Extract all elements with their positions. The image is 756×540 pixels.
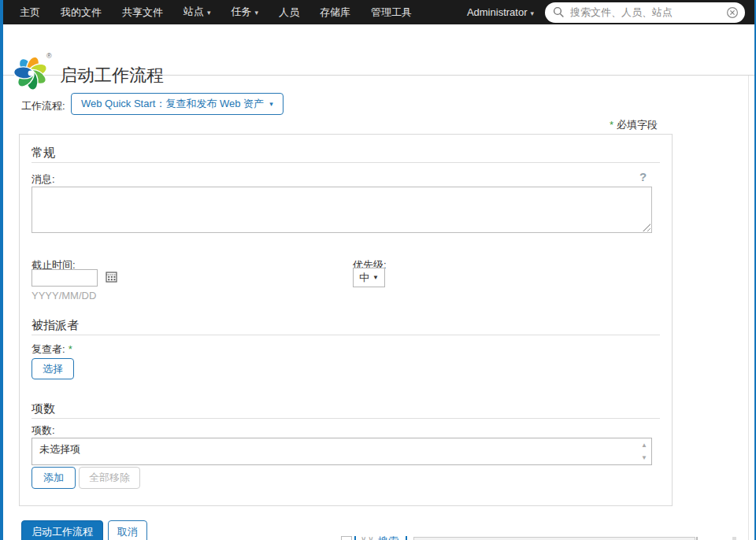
scroll-up-icon[interactable]: ▲ (641, 442, 647, 449)
bottom-fragment-divider (354, 536, 356, 540)
nav-repository[interactable]: 存储库 (309, 0, 361, 24)
section-divider (32, 418, 660, 419)
remove-all-button: 全部移除 (79, 467, 140, 489)
start-workflow-page: 主页 我的文件 共享文件 站点▾ 任务▾ 人员 存储库 管理工具 Adminis… (0, 0, 756, 540)
clear-search-icon[interactable] (726, 6, 739, 19)
nav-tasks-label: 任务 (232, 6, 252, 17)
add-items-button[interactable]: 添加 (32, 467, 76, 489)
page-title: 启动工作流程 (60, 64, 164, 87)
chevron-down-icon: ▾ (207, 9, 211, 17)
top-navigation: 主页 我的文件 共享文件 站点▾ 任务▾ 人员 存储库 管理工具 Adminis… (3, 0, 754, 24)
nav-tasks[interactable]: 任务▾ (221, 0, 269, 25)
nav-sites-label: 站点 (183, 6, 204, 17)
search-icon (553, 6, 565, 18)
section-general-title: 常规 (32, 146, 55, 161)
bottom-fragment-tick (696, 537, 698, 540)
items-listbox[interactable]: 未选择项 ▲ ▼ (32, 438, 652, 465)
cancel-button[interactable]: 取消 (108, 520, 147, 540)
nav-shared-files[interactable]: 共享文件 (112, 0, 173, 24)
priority-select[interactable]: 中 ▼ (353, 268, 385, 287)
bottom-fragment-input[interactable] (413, 537, 695, 540)
page-header: ® 启动工作流程 (3, 24, 754, 76)
bottom-fragment-tick (732, 537, 736, 540)
priority-selected-value: 中 (359, 271, 369, 285)
section-assignee-title: 被指派者 (32, 318, 79, 333)
due-date-input[interactable] (32, 269, 98, 287)
select-reviewers-button[interactable]: 选择 (32, 358, 74, 379)
nav-sites[interactable]: 站点▾ (173, 0, 221, 25)
user-menu-label: Administrator (467, 6, 528, 18)
search-input[interactable] (570, 6, 726, 18)
workflow-selected-value: Web Quick Start：复查和发布 Web 资产 (81, 97, 264, 111)
help-icon[interactable]: ? (639, 170, 647, 183)
nav-admin-tools[interactable]: 管理工具 (361, 0, 422, 24)
bottom-fragment-divider (406, 536, 407, 540)
workflow-select-button[interactable]: Web Quick Start：复查和发布 Web 资产 ▾ (71, 93, 284, 115)
reviewers-label-text: 复查者: (32, 343, 65, 355)
nav-my-files[interactable]: 我的文件 (50, 0, 112, 24)
message-textarea[interactable] (32, 187, 652, 233)
date-format-hint: YYYY/MM/DD (32, 290, 96, 301)
content-edge-line (748, 76, 749, 540)
required-fields-note: *必填字段 (610, 118, 658, 132)
scroll-down-icon[interactable]: ▼ (641, 454, 647, 461)
reviewers-label: 复查者:* (32, 342, 72, 357)
nav-people[interactable]: 人员 (269, 0, 309, 24)
alfresco-logo-icon (13, 55, 49, 91)
required-asterisk: * (69, 343, 72, 355)
bottom-fragment-box (341, 536, 352, 540)
section-divider (32, 162, 660, 163)
start-workflow-button[interactable]: 启动工作流程 (21, 520, 103, 540)
section-divider (32, 335, 660, 335)
registered-trademark: ® (46, 52, 52, 60)
chevron-down-icon: ▾ (255, 9, 259, 17)
bottom-search-link[interactable]: 搜索 (378, 534, 398, 540)
nav-home[interactable]: 主页 (9, 0, 50, 24)
required-asterisk: * (610, 119, 613, 131)
left-edge-stripe (0, 0, 3, 540)
chevron-down-icon: ▾ (269, 100, 273, 108)
calendar-icon[interactable] (105, 271, 118, 284)
user-menu[interactable]: Administrator▾ (456, 6, 545, 18)
items-empty-text: 未选择项 (39, 442, 80, 457)
chevron-down-icon: ∨∨ (361, 534, 376, 540)
message-label: 消息: (32, 172, 55, 187)
chevron-down-icon: ▾ (530, 9, 534, 17)
required-note-text: 必填字段 (617, 119, 658, 131)
items-label: 项数: (32, 423, 55, 438)
select-arrow-icon: ▼ (372, 274, 379, 281)
section-items-title: 项数 (32, 401, 55, 416)
workflow-label: 工作流程: (21, 99, 65, 113)
global-search-box[interactable] (545, 2, 745, 23)
